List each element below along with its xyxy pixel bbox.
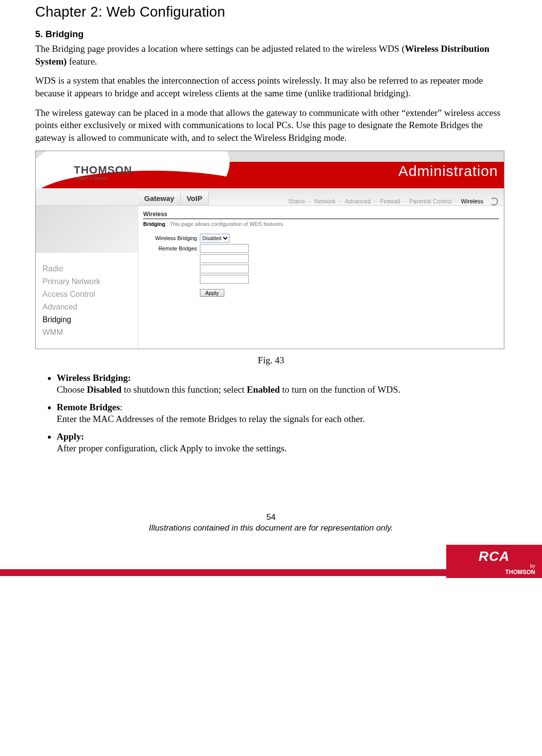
list-item: Remote Bridges: Enter the MAC Addresses … bbox=[57, 402, 507, 424]
red-strip bbox=[0, 569, 446, 576]
sidebar-photo bbox=[36, 206, 138, 253]
sidebar-item-wmm[interactable]: WMM bbox=[43, 328, 131, 337]
refresh-icon[interactable] bbox=[490, 198, 498, 205]
text: to turn on the function of WDS. bbox=[280, 384, 401, 395]
sidebar-item-primary-network[interactable]: Primary Network bbox=[43, 277, 131, 286]
figure-caption: Fig. 43 bbox=[35, 355, 507, 366]
document-page: Chapter 2: Web Configuration 5. Bridging… bbox=[0, 4, 542, 533]
sidebar-item-bridging[interactable]: Bridging bbox=[43, 315, 131, 324]
form-row-remote-bridges-2 bbox=[143, 254, 499, 263]
dash-icon: – bbox=[374, 198, 377, 205]
input-remote-bridge-3[interactable] bbox=[200, 265, 249, 273]
crumb-wireless[interactable]: Wireless bbox=[461, 198, 483, 205]
brand-text: THOMSON bbox=[74, 164, 132, 177]
form-row-remote-bridges-4 bbox=[143, 275, 499, 284]
text: to shutdown this function; select bbox=[122, 384, 247, 395]
apply-button[interactable]: Apply bbox=[200, 289, 224, 297]
tab-gateway[interactable]: Gateway bbox=[138, 191, 181, 205]
ui-body: Radio Primary Network Access Control Adv… bbox=[36, 206, 504, 349]
dash-icon: – bbox=[308, 198, 311, 205]
page-number: 54 bbox=[35, 512, 507, 522]
main-panel: Wireless Bridging : This page allows con… bbox=[138, 206, 504, 349]
banner: THOMSON images & beyond Administration bbox=[36, 151, 504, 188]
crumb-network[interactable]: Network bbox=[314, 198, 336, 205]
by-text: by bbox=[530, 563, 535, 569]
bullet-desc: Choose Disabled to shutdown this functio… bbox=[57, 384, 507, 395]
rca-text: RCA bbox=[478, 549, 510, 564]
tab-voip[interactable]: VoIP bbox=[181, 191, 209, 205]
footer-note: Illustrations contained in this document… bbox=[149, 523, 393, 533]
section-heading: 5. Bridging bbox=[35, 29, 507, 40]
text-bold: Disabled bbox=[87, 384, 122, 395]
text: : bbox=[120, 402, 122, 412]
sidebar-item-advanced[interactable]: Advanced bbox=[43, 303, 131, 311]
top-tabs: Gateway VoIP Status – Network – Advanced… bbox=[36, 188, 504, 206]
dash-icon: – bbox=[455, 198, 458, 205]
list-item: Apply: After proper configuration, click… bbox=[57, 431, 507, 454]
form-row-remote-bridges-1: Remote Bridges bbox=[143, 244, 499, 253]
panel-subtitle-text: This page allows configuration of WDS fe… bbox=[170, 221, 284, 227]
bullet-heading: Remote Bridges bbox=[57, 402, 120, 412]
bottom-brand-bar: RCA by THOMSON bbox=[0, 545, 542, 578]
banner-title: Administration bbox=[398, 163, 498, 179]
bullet-desc: Enter the MAC Addresses of the remote Br… bbox=[57, 414, 507, 424]
input-remote-bridge-4[interactable] bbox=[200, 275, 249, 284]
chapter-title: Chapter 2: Web Configuration bbox=[35, 4, 507, 20]
bullet-heading: Wireless Bridging: bbox=[57, 373, 131, 383]
dash-icon: – bbox=[339, 198, 342, 205]
input-remote-bridge-2[interactable] bbox=[200, 254, 249, 263]
page-footer: 54 Illustrations contained in this docum… bbox=[35, 512, 507, 533]
text: The Bridging page provides a location wh… bbox=[35, 44, 405, 54]
bullet-list: Wireless Bridging: Choose Disabled to sh… bbox=[41, 373, 507, 454]
sidebar-photo-spacer bbox=[36, 188, 138, 205]
paragraph-1: The Bridging page provides a location wh… bbox=[35, 43, 507, 67]
form-row-remote-bridges-3 bbox=[143, 265, 499, 273]
sidebar-menu: Radio Primary Network Access Control Adv… bbox=[36, 253, 138, 349]
embedded-screenshot: THOMSON images & beyond Administration G… bbox=[35, 151, 504, 349]
dash-icon: – bbox=[403, 198, 407, 205]
crumb-advanced[interactable]: Advanced bbox=[345, 198, 370, 205]
rca-logo: RCA by THOMSON bbox=[446, 545, 542, 578]
panel-title: Wireless bbox=[143, 211, 499, 219]
bullet-desc: After proper configuration, click Apply … bbox=[57, 443, 507, 454]
crumb-status[interactable]: Status bbox=[288, 198, 305, 205]
bullet-heading: Apply: bbox=[57, 431, 84, 442]
list-item: Wireless Bridging: Choose Disabled to sh… bbox=[57, 373, 507, 395]
label-wireless-bridging: Wireless Bridging bbox=[143, 235, 197, 241]
sidebar-item-access-control[interactable]: Access Control bbox=[43, 290, 131, 299]
sidebar-item-radio[interactable]: Radio bbox=[43, 265, 131, 273]
text: Choose bbox=[57, 384, 87, 395]
crumb-parental[interactable]: Parental Control bbox=[410, 198, 452, 205]
crumb-firewall[interactable]: Firewall bbox=[380, 198, 400, 205]
paragraph-2: WDS is a system that enables the interco… bbox=[35, 74, 507, 99]
panel-subtitle: Bridging : This page allows configuratio… bbox=[143, 221, 499, 227]
input-remote-bridge-1[interactable] bbox=[200, 244, 249, 253]
thomson-text: THOMSON bbox=[505, 569, 535, 576]
brand-logo: THOMSON images & beyond bbox=[74, 164, 132, 180]
breadcrumb-nav: Status – Network – Advanced – Firewall –… bbox=[209, 198, 504, 205]
text-bold: Enabled bbox=[247, 384, 280, 395]
text: feature. bbox=[66, 56, 97, 67]
paragraph-3: The wireless gateway can be placed in a … bbox=[35, 107, 507, 144]
label-remote-bridges: Remote Bridges bbox=[143, 245, 197, 251]
sidebar: Radio Primary Network Access Control Adv… bbox=[36, 206, 138, 349]
panel-subtitle-label: Bridging bbox=[143, 221, 165, 227]
form-row-wireless-bridging: Wireless Bridging Disabled bbox=[143, 234, 499, 243]
select-wireless-bridging[interactable]: Disabled bbox=[200, 234, 230, 243]
